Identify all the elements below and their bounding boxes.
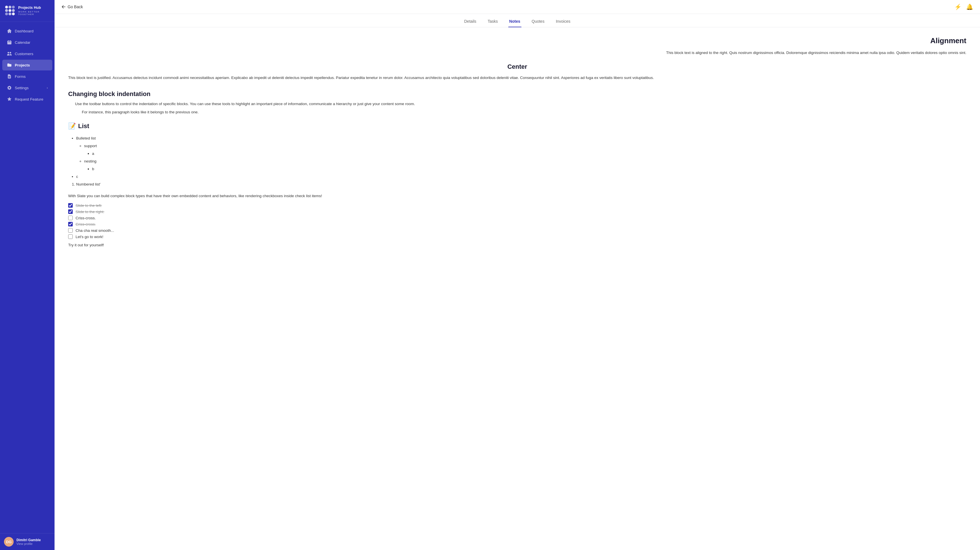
list-item: a — [92, 150, 966, 157]
checkbox-item-2: Slide to the right: — [68, 209, 966, 214]
tab-details[interactable]: Details — [463, 17, 477, 27]
checkbox-2[interactable] — [68, 209, 73, 214]
with-slate-text: With Slate you can build complex block t… — [68, 192, 966, 199]
tab-notes[interactable]: Notes — [508, 17, 522, 27]
user-footer[interactable]: DG Dimitri Gamble View profile — [0, 533, 54, 550]
checkbox-label-4: Criss-cross. — [76, 222, 96, 226]
list-item: Bulleted list support a nesting b — [76, 134, 966, 173]
topbar: Go Back ⚡ 🔔 — [54, 0, 980, 14]
tabs-bar: Details Tasks Notes Quotes Invoices — [54, 14, 980, 27]
bolt-icon[interactable]: ⚡ — [955, 3, 961, 10]
sidebar-item-label: Customers — [15, 52, 33, 56]
justified-text: This block text is justified. Accusamus … — [68, 75, 966, 81]
checkbox-item-1: Slide to the left: — [68, 203, 966, 208]
file-text-icon — [7, 74, 12, 79]
checkbox-1[interactable] — [68, 203, 73, 208]
right-aligned-text: This block text is aligned to the right.… — [68, 50, 966, 56]
center-heading: Center — [68, 63, 966, 70]
sidebar-item-dashboard[interactable]: Dashboard — [2, 25, 52, 37]
settings-icon — [7, 85, 12, 91]
svg-point-5 — [12, 9, 15, 12]
svg-point-7 — [8, 13, 11, 15]
bell-icon[interactable]: 🔔 — [966, 3, 973, 10]
nested-list-3: b — [84, 165, 966, 173]
app-tagline: WORK BETTER TOGETHER — [18, 11, 50, 16]
svg-point-8 — [12, 13, 15, 15]
list-emoji: 📝 — [68, 122, 76, 130]
tab-invoices[interactable]: Invoices — [555, 17, 571, 27]
sidebar-item-forms[interactable]: Forms — [2, 71, 52, 82]
home-icon — [7, 29, 12, 33]
notes-content: Alignment This block text is aligned to … — [54, 27, 980, 550]
checkbox-item-3: Criss-cross. — [68, 216, 966, 220]
checkbox-list: Slide to the left: Slide to the right: C… — [68, 203, 966, 239]
users-icon — [7, 51, 12, 56]
sidebar: Projects Hub WORK BETTER TOGETHER Dashbo… — [0, 0, 54, 550]
sidebar-item-request-feature[interactable]: Request Feature — [2, 94, 52, 105]
bulleted-list: Bulleted list support a nesting b — [68, 134, 966, 180]
checkbox-5[interactable] — [68, 228, 73, 233]
checkbox-item-5: Cha cha real smooth... — [68, 228, 966, 233]
calendar-icon — [7, 40, 12, 45]
indent-para-2: For instance, this paragraph looks like … — [68, 109, 966, 116]
main-content: Go Back ⚡ 🔔 Details Tasks Notes Quotes I… — [54, 0, 980, 550]
checkbox-4[interactable] — [68, 222, 73, 226]
sidebar-item-customers[interactable]: Customers — [2, 48, 52, 59]
svg-point-3 — [5, 9, 8, 12]
sidebar-item-settings[interactable]: Settings › — [2, 83, 52, 93]
sidebar-item-label: Forms — [15, 75, 25, 79]
checkbox-label-3: Criss-cross. — [76, 216, 96, 220]
svg-point-0 — [5, 6, 8, 8]
list-item: support a — [84, 142, 966, 157]
block-indent-heading: Changing block indentation — [68, 91, 966, 98]
chevron-right-icon: › — [47, 86, 48, 89]
logo-icon — [5, 5, 15, 16]
nested-list: support a nesting b — [76, 142, 966, 173]
checkbox-item-6: Let's go to work! — [68, 234, 966, 239]
back-button[interactable]: Go Back — [61, 5, 83, 9]
checkbox-label-5: Cha cha real smooth... — [76, 229, 114, 233]
list-item: Numbered list' — [76, 180, 966, 188]
topbar-actions: ⚡ 🔔 — [955, 3, 973, 10]
avatar: DG — [4, 537, 14, 547]
sidebar-item-projects[interactable]: Projects — [2, 60, 52, 70]
nested-list-2: a — [84, 150, 966, 157]
list-container: Bulleted list support a nesting b — [68, 134, 966, 188]
sidebar-item-label: Projects — [15, 63, 30, 67]
list-item: b — [92, 165, 966, 173]
list-item: c — [76, 173, 966, 180]
folder-icon — [7, 62, 12, 68]
svg-point-1 — [8, 6, 11, 8]
checkbox-item-4: Criss-cross. — [68, 222, 966, 226]
tab-tasks[interactable]: Tasks — [487, 17, 499, 27]
list-heading-text: List — [78, 122, 89, 130]
try-text: Try it out for yourself! — [68, 243, 966, 247]
list-item: nesting b — [84, 157, 966, 173]
checkbox-label-2: Slide to the right: — [76, 210, 104, 214]
list-section-heading: 📝 List — [68, 122, 966, 130]
sidebar-nav: Dashboard Calendar Customers Projects Fo… — [0, 24, 54, 533]
tab-quotes[interactable]: Quotes — [531, 17, 546, 27]
svg-point-2 — [12, 6, 15, 8]
numbered-list: Numbered list' — [68, 180, 966, 188]
sidebar-item-label: Settings — [15, 86, 29, 90]
checkbox-label-1: Slide to the left: — [76, 203, 102, 208]
view-profile-link[interactable]: View profile — [16, 542, 41, 545]
sidebar-item-calendar[interactable]: Calendar — [2, 37, 52, 48]
alignment-heading: Alignment — [68, 37, 966, 45]
checkbox-label-6: Let's go to work! — [76, 235, 103, 239]
arrow-left-icon — [61, 5, 66, 9]
sidebar-item-label: Dashboard — [15, 29, 33, 33]
checkbox-6[interactable] — [68, 234, 73, 239]
star-icon — [7, 97, 12, 102]
user-name: Dimitri Gamble — [16, 538, 41, 542]
back-label: Go Back — [68, 5, 83, 9]
sidebar-item-label: Request Feature — [15, 97, 43, 102]
app-name: Projects Hub — [18, 5, 50, 10]
logo: Projects Hub WORK BETTER TOGETHER — [0, 0, 54, 22]
checkbox-3[interactable] — [68, 216, 73, 220]
svg-point-6 — [5, 13, 8, 15]
indent-para-1: Use the toolbar buttons to control the i… — [68, 100, 966, 107]
sidebar-item-label: Calendar — [15, 40, 30, 45]
svg-point-4 — [8, 9, 11, 12]
